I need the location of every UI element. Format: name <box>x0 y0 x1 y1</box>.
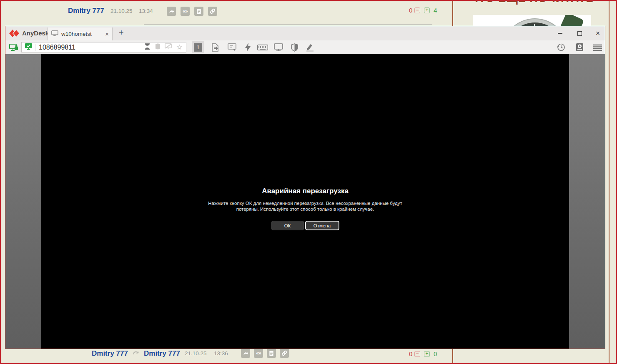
chat-button[interactable] <box>226 42 238 53</box>
post-separator <box>144 24 432 25</box>
post-time: 13:34 <box>139 8 153 14</box>
keyboard-button[interactable] <box>257 42 268 53</box>
minimize-button[interactable] <box>554 28 566 38</box>
remote-dialog-buttons: ОК Отмена <box>41 221 569 230</box>
window-close-button[interactable]: × <box>592 28 604 38</box>
post-actions: «» <box>167 7 217 16</box>
quoted-author-link[interactable]: Dmitry 777 <box>144 349 180 358</box>
remote-screen: Аварийная перезагрузка Нажмите кнопку ОК… <box>41 54 569 349</box>
new-tab-button[interactable]: + <box>119 28 124 37</box>
remote-status-icon <box>25 43 33 52</box>
connection-secure-icon[interactable] <box>8 42 20 53</box>
storage-icon <box>155 43 161 51</box>
post-actions: «» <box>241 349 289 358</box>
post-time: 13:36 <box>214 350 228 357</box>
remote-dialog-message-line2: потеряны. Используйте этот способ только… <box>41 207 569 212</box>
document-icon[interactable] <box>267 349 276 358</box>
address-separator <box>35 44 35 51</box>
history-button[interactable] <box>555 42 567 53</box>
quote-icon[interactable]: «» <box>254 349 263 358</box>
app-name: AnyDesk <box>22 30 49 37</box>
upvote-button[interactable]: + <box>424 7 430 13</box>
downvote-count: 0 <box>409 7 412 14</box>
reply-arrow-icon[interactable] <box>167 7 176 16</box>
post-author-link[interactable]: Dmitry 777 <box>68 7 104 15</box>
cancel-button[interactable]: Отмена <box>305 221 339 230</box>
upvote-count: 0 <box>434 350 437 357</box>
favorite-star-icon[interactable]: ☆ <box>176 43 183 52</box>
whiteboard-pen-button[interactable] <box>304 42 316 53</box>
tab-label: w10hometst <box>61 31 102 37</box>
display-settings-button[interactable] <box>273 42 284 53</box>
upvote-count: 4 <box>434 7 437 14</box>
reply-arrow-icon[interactable] <box>241 349 250 358</box>
actions-button[interactable] <box>242 42 253 53</box>
address-book-button[interactable] <box>574 42 585 53</box>
anydesk-window: AnyDesk w10hometst × + × <box>5 26 605 349</box>
downvote-button[interactable]: − <box>414 351 420 357</box>
downvote-count: 0 <box>409 350 412 357</box>
anydesk-logo-icon <box>9 30 20 39</box>
remote-dialog-title: Аварийная перезагрузка <box>41 187 569 195</box>
permissions-shield-button[interactable] <box>288 42 300 53</box>
remote-dialog-message-line1: Нажмите кнопку ОК для немедленной переза… <box>41 201 569 206</box>
upvote-button[interactable]: + <box>424 351 430 357</box>
file-transfer-button[interactable] <box>209 42 221 53</box>
ok-button[interactable]: ОК <box>271 221 304 230</box>
monitor-disabled-icon <box>165 43 172 51</box>
reply-to-arrow-icon <box>133 349 139 357</box>
session-tab[interactable]: w10hometst × <box>48 27 113 40</box>
post-date: 21.10.25 <box>110 8 133 14</box>
sidebar-heading: ЧТО ЕЩЕ ПОЧИТАТЬ <box>470 0 594 5</box>
document-icon[interactable] <box>194 7 203 16</box>
anydesk-toolbar: 1086899811 ☆ 1 <box>5 40 605 54</box>
maximize-button[interactable] <box>573 28 586 38</box>
monitor-1-label: 1 <box>194 43 202 52</box>
monitor-1-button[interactable]: 1 <box>192 41 204 53</box>
monitor-icon <box>51 30 58 38</box>
anydesk-titlebar: AnyDesk w10hometst × + × <box>5 26 605 40</box>
link-icon[interactable] <box>208 7 217 16</box>
address-field[interactable]: 1086899811 ☆ <box>21 42 186 52</box>
post-date: 21.10.25 <box>185 350 207 357</box>
remote-address: 1086899811 <box>39 44 145 51</box>
post-author-link[interactable]: Dmitry 777 <box>92 349 128 358</box>
downvote-button[interactable]: − <box>414 7 420 13</box>
page-right-rail <box>609 1 609 363</box>
tab-close-icon[interactable]: × <box>105 30 109 37</box>
quote-icon[interactable]: «» <box>181 7 190 16</box>
hourglass-icon <box>145 43 150 52</box>
remote-viewport-background: Аварийная перезагрузка Нажмите кнопку ОК… <box>5 54 605 349</box>
menu-button[interactable] <box>592 42 603 53</box>
link-icon[interactable] <box>280 349 289 358</box>
